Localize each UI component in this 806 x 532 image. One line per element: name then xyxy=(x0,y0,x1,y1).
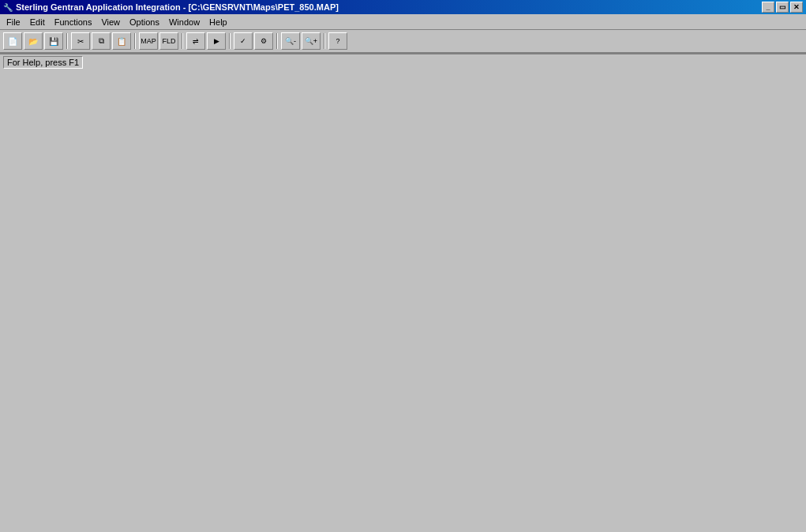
close-button[interactable]: ✕ xyxy=(790,2,803,13)
new-button[interactable]: 📄 xyxy=(3,32,22,50)
toolbar-sep6 xyxy=(324,33,325,49)
link-button[interactable]: ⇌ xyxy=(186,32,205,50)
menu-help[interactable]: Help xyxy=(204,16,232,28)
save-button[interactable]: 💾 xyxy=(44,32,63,50)
menu-window[interactable]: Window xyxy=(164,16,204,28)
help-tb-button[interactable]: ? xyxy=(328,32,347,50)
menu-file[interactable]: File xyxy=(2,16,25,28)
copy-button[interactable]: ⧉ xyxy=(92,32,111,50)
field-props-button[interactable]: FLD xyxy=(159,32,178,50)
menu-functions[interactable]: Functions xyxy=(50,16,97,28)
toolbar-sep3 xyxy=(182,33,183,49)
paste-button[interactable]: 📋 xyxy=(112,32,131,50)
toolbar: 📄 📂 💾 ✂ ⧉ 📋 MAP FLD ⇌ ▶ ✓ ⚙ 🔍- 🔍+ ? xyxy=(0,30,806,54)
menu-edit[interactable]: Edit xyxy=(25,16,50,28)
status-bar: For Help, press F1 xyxy=(0,54,806,69)
check-button[interactable]: ✓ xyxy=(234,32,253,50)
status-panel: For Help, press F1 xyxy=(3,56,83,69)
compile-button[interactable]: ▶ xyxy=(207,32,226,50)
toolbar-sep4 xyxy=(229,33,231,49)
toolbar-sep1 xyxy=(66,33,68,49)
settings1-button[interactable]: ⚙ xyxy=(254,32,273,50)
window-title: Sterling Gentran Application Integration… xyxy=(16,2,339,12)
toolbar-sep5 xyxy=(276,33,278,49)
menu-view[interactable]: View xyxy=(96,16,125,28)
app-icon: 🔧 xyxy=(3,3,13,12)
cut-button[interactable]: ✂ xyxy=(71,32,90,50)
zoom-in-button[interactable]: 🔍+ xyxy=(302,32,321,50)
menu-options[interactable]: Options xyxy=(125,16,164,28)
title-bar: 🔧 Sterling Gentran Application Integrati… xyxy=(0,0,806,14)
status-text: For Help, press F1 xyxy=(7,58,79,67)
map-props-button[interactable]: MAP xyxy=(139,32,158,50)
zoom-out-button[interactable]: 🔍- xyxy=(281,32,300,50)
restore-button[interactable]: ▭ xyxy=(776,2,789,13)
menu-bar: File Edit Functions View Options Window … xyxy=(0,14,806,30)
title-bar-buttons: _ ▭ ✕ xyxy=(762,2,803,13)
minimize-button[interactable]: _ xyxy=(762,2,774,13)
toolbar-sep2 xyxy=(134,33,136,49)
open-button[interactable]: 📂 xyxy=(24,32,43,50)
